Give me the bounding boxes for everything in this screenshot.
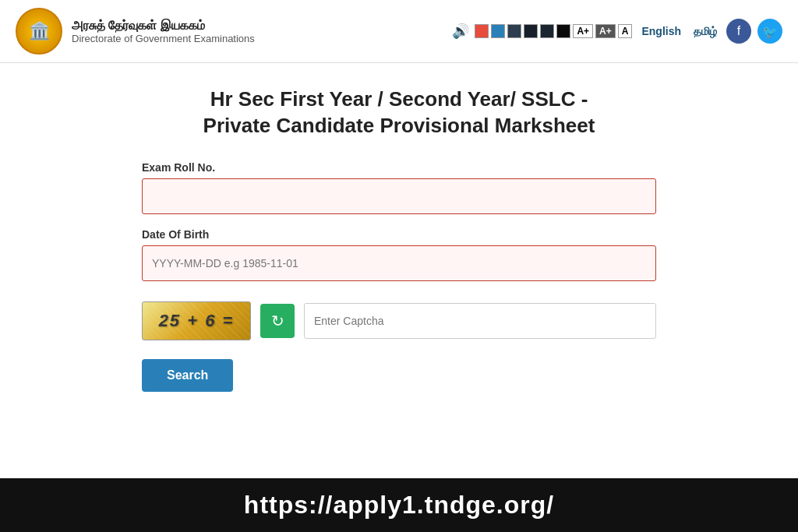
toolbar-icons-group: 🔊 A+ A+ A bbox=[452, 23, 632, 40]
refresh-icon: ↻ bbox=[271, 312, 284, 330]
twitter-link[interactable]: 🐦 bbox=[757, 19, 782, 44]
color-swatch-dark1[interactable] bbox=[507, 24, 521, 38]
exam-roll-label: Exam Roll No. bbox=[142, 161, 656, 174]
captcha-text: 25 + 6 = bbox=[159, 311, 235, 331]
org-name-tamil: அரசுத் தேர்வுகள் இயககம் bbox=[72, 19, 255, 33]
font-size-normal-button[interactable]: A bbox=[618, 24, 633, 38]
color-swatch-dark2[interactable] bbox=[524, 24, 538, 38]
color-swatch-blue1[interactable] bbox=[491, 24, 505, 38]
captcha-input[interactable] bbox=[304, 303, 656, 339]
color-swatch-dark3[interactable] bbox=[540, 24, 554, 38]
captcha-refresh-button[interactable]: ↻ bbox=[260, 304, 295, 338]
language-english-link[interactable]: English bbox=[641, 25, 681, 37]
exam-roll-input[interactable] bbox=[142, 178, 656, 214]
government-logo: 🏛️ bbox=[16, 8, 62, 55]
facebook-link[interactable]: f bbox=[726, 19, 751, 44]
search-button[interactable]: Search bbox=[142, 359, 233, 392]
sound-icon[interactable]: 🔊 bbox=[452, 23, 469, 40]
font-size-large-button[interactable]: A+ bbox=[595, 24, 616, 38]
dob-label: Date Of Birth bbox=[142, 228, 656, 241]
main-content: Hr Sec First Year / Second Year/ SSLC -P… bbox=[0, 63, 798, 478]
font-size-larger-button[interactable]: A+ bbox=[573, 24, 593, 38]
footer-url: https://apply1.tndge.org/ bbox=[244, 491, 554, 519]
header-title-block: அரசுத் தேர்வுகள் இயககம் Directorate of G… bbox=[72, 19, 255, 44]
dob-input[interactable] bbox=[142, 245, 656, 281]
captcha-row: 25 + 6 = ↻ bbox=[142, 301, 656, 340]
language-tamil-link[interactable]: தமிழ் bbox=[694, 25, 717, 38]
facebook-icon: f bbox=[737, 24, 740, 38]
page-header: 🏛️ அரசுத் தேர்வுகள் இயககம் Directorate o… bbox=[0, 0, 798, 63]
org-name-english: Directorate of Government Examinations bbox=[72, 33, 255, 44]
color-swatch-darkest[interactable] bbox=[556, 24, 570, 38]
form-container: Hr Sec First Year / Second Year/ SSLC -P… bbox=[142, 86, 656, 392]
header-logo-area: 🏛️ அரசுத் தேர்வுகள் இயககம் Directorate o… bbox=[16, 8, 255, 55]
color-swatch-red[interactable] bbox=[475, 24, 489, 38]
captcha-image: 25 + 6 = bbox=[142, 301, 251, 340]
twitter-icon: 🐦 bbox=[762, 24, 778, 39]
page-footer: https://apply1.tndge.org/ bbox=[0, 478, 798, 532]
page-title: Hr Sec First Year / Second Year/ SSLC -P… bbox=[142, 86, 656, 139]
header-toolbar: 🔊 A+ A+ A English தமிழ் f 🐦 bbox=[452, 19, 782, 44]
